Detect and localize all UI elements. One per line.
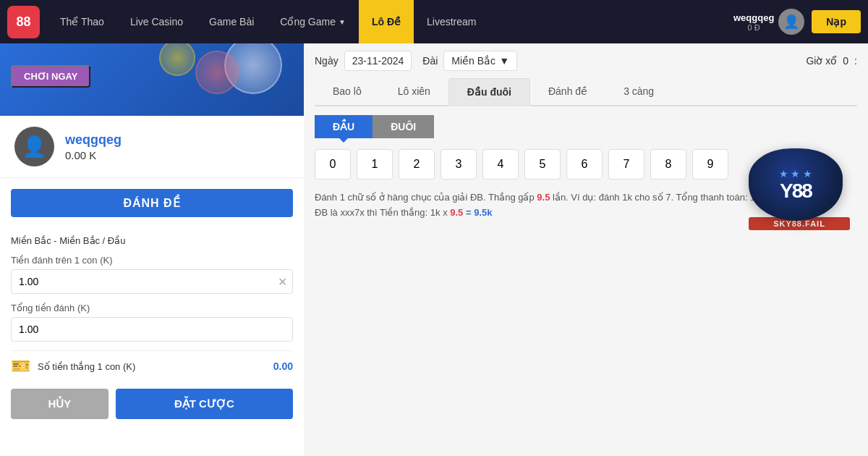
nav-user-info: weqgqeg 0 Đ	[733, 12, 774, 32]
tien-danh-label: Tiền đánh trên 1 con (K)	[11, 255, 293, 266]
number-cell-9[interactable]: 9	[692, 149, 728, 180]
user-info-area: 👤 weqgqeg 0.00 K	[0, 116, 304, 178]
info-prefix-2: ĐB là xxx7x thì Tiền thắng: 1k x	[315, 207, 450, 218]
gio-xo-value: 0	[843, 55, 848, 67]
ngay-label: Ngày	[315, 55, 339, 67]
nav-item-cong-game[interactable]: Cổng Game ▼	[267, 0, 359, 43]
info-prefix-1: Đánh 1 chữ số ở hàng chục của giải ĐB. T…	[315, 192, 537, 203]
number-cell-8[interactable]: 8	[650, 149, 686, 180]
banner: CHƠI NGAY	[0, 43, 304, 116]
nav-username: weqgqeg	[733, 12, 774, 23]
nav-item-livestream[interactable]: Livestream	[414, 0, 489, 43]
user-avatar: 👤	[14, 127, 54, 166]
number-cell-6[interactable]: 6	[566, 149, 603, 180]
dat-cuoc-button[interactable]: ĐẶT CƯỢC	[116, 389, 293, 419]
number-cell-0[interactable]: 0	[315, 149, 351, 180]
number-cell-3[interactable]: 3	[441, 149, 477, 180]
tong-tien-group: Tổng tiền đánh (K)	[11, 303, 293, 342]
number-cell-4[interactable]: 4	[482, 149, 519, 180]
info-formula: = 9.5k	[463, 207, 492, 218]
nav-user-balance: 0 Đ	[733, 23, 774, 32]
user-balance: 0.00 K	[65, 149, 122, 161]
main-layout: CHƠI NGAY 👤 weqgqeg 0.00 K ĐÁNH ĐỀ Miền …	[0, 43, 868, 456]
tien-danh-input-wrap: ✕	[11, 269, 293, 294]
nav-items: Thể Thao Live Casino Game Bài Cổng Game …	[47, 0, 733, 43]
chevron-down-icon: ▼	[499, 55, 509, 67]
nav-item-live-casino[interactable]: Live Casino	[117, 0, 196, 43]
nav-user: weqgqeg 0 Đ 👤	[733, 9, 804, 35]
info-highlight-1: 9.5	[537, 192, 550, 203]
tab-bao-lo[interactable]: Bao lô	[315, 78, 380, 106]
win-row: 🎫 Số tiền thắng 1 con (K) 0.00	[11, 350, 293, 381]
tab-3-cang[interactable]: 3 càng	[605, 78, 672, 106]
tab-lo-xien[interactable]: Lô xiên	[380, 78, 448, 106]
user-details: weqgqeg 0.00 K	[65, 132, 122, 161]
tab-dau-duoi[interactable]: Đầu đuôi	[448, 78, 530, 106]
win-label: Số tiền thắng 1 con (K)	[38, 361, 266, 372]
nav-item-game-bai[interactable]: Game Bài	[196, 0, 267, 43]
clear-icon[interactable]: ✕	[278, 275, 287, 289]
nav-item-lo-de[interactable]: Lô Đề	[359, 0, 414, 43]
dai-filter: Đài Miền Bắc ▼	[422, 51, 517, 71]
tong-tien-input[interactable]	[11, 317, 293, 342]
left-panel: CHƠI NGAY 👤 weqgqeg 0.00 K ĐÁNH ĐỀ Miền …	[0, 43, 304, 456]
tien-danh-group: Tiền đánh trên 1 con (K) ✕	[11, 255, 293, 294]
logo-stars: ★ ★ ★	[779, 168, 813, 180]
number-cell-2[interactable]: 2	[399, 149, 435, 180]
right-panel-inner: Ngày 23-11-2024 Đài Miền Bắc ▼ Giờ xổ 0 …	[315, 51, 857, 221]
ngay-value[interactable]: 23-11-2024	[344, 51, 412, 71]
navigation: 88 Thể Thao Live Casino Game Bài Cổng Ga…	[0, 0, 868, 43]
choi-ngay-button[interactable]: CHƠI NGAY	[11, 65, 90, 88]
info-highlight-2: 9.5	[450, 207, 463, 218]
tien-danh-input[interactable]	[11, 269, 293, 294]
dau-button[interactable]: ĐẦU	[315, 115, 373, 138]
win-amount: 0.00	[273, 360, 293, 372]
top-filter-row: Ngày 23-11-2024 Đài Miền Bắc ▼ Giờ xổ 0 …	[315, 51, 857, 71]
avatar: 👤	[778, 9, 804, 35]
gio-xo-area: Giờ xổ 0 :	[806, 55, 857, 67]
watermark-logo: ★ ★ ★ Y88 SKY88.FAIL	[749, 148, 850, 228]
dau-duoi-row: ĐẦU ĐUÔI	[315, 115, 857, 138]
nav-right: weqgqeg 0 Đ 👤 Nạp	[733, 9, 861, 35]
colon-sep: :	[854, 55, 857, 67]
tab-danh-de[interactable]: Đánh đề	[530, 78, 605, 106]
tabs-row: Bao lô Lô xiên Đầu đuôi Đánh đề 3 càng	[315, 78, 857, 106]
number-cell-1[interactable]: 1	[357, 149, 393, 180]
site-logo: 88	[7, 6, 40, 38]
username: weqgqeg	[65, 132, 122, 148]
tong-tien-label: Tổng tiền đánh (K)	[11, 303, 293, 313]
gio-xo-label: Giờ xổ	[806, 55, 837, 67]
bet-subtitle: Miền Bắc - Miền Bắc / Đầu	[11, 235, 293, 246]
bet-form: Miền Bắc - Miền Bắc / Đầu Tiền đánh trên…	[0, 228, 304, 389]
danh-de-button[interactable]: ĐÁNH ĐỀ	[123, 196, 180, 210]
duoi-button[interactable]: ĐUÔI	[373, 115, 434, 138]
banner-decoration-3	[159, 43, 195, 76]
nap-button[interactable]: Nạp	[812, 10, 861, 33]
chevron-down-icon: ▼	[339, 18, 346, 26]
huy-button[interactable]: HỦY	[11, 389, 109, 419]
nav-item-the-thao[interactable]: Thể Thao	[47, 0, 117, 43]
number-cell-7[interactable]: 7	[608, 149, 644, 180]
number-cell-5[interactable]: 5	[524, 149, 561, 180]
danh-de-section[interactable]: ĐÁNH ĐỀ	[11, 189, 293, 217]
wallet-icon: 🎫	[11, 357, 30, 376]
right-panel: Ngày 23-11-2024 Đài Miền Bắc ▼ Giờ xổ 0 …	[304, 43, 868, 456]
logo-y88: Y88	[780, 181, 812, 201]
action-buttons: HỦY ĐẶT CƯỢC	[0, 389, 304, 430]
ngay-filter: Ngày 23-11-2024	[315, 51, 412, 71]
dai-select[interactable]: Miền Bắc ▼	[443, 51, 517, 71]
dai-label: Đài	[422, 55, 438, 67]
banner-decoration-2	[195, 51, 239, 94]
